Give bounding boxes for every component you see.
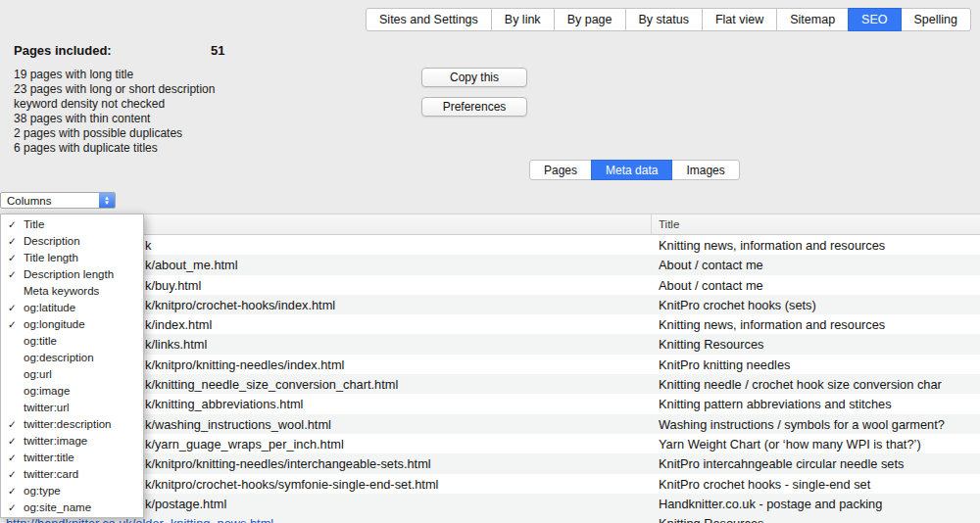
menu-item-label: Title: [24, 218, 44, 230]
table-row[interactable]: k/knitting_needle_size_conversion_chart.…: [0, 374, 980, 394]
url-cell: k/knitpro/crochet-hooks/symfonie-single-…: [145, 477, 438, 492]
menu-item-og-title[interactable]: og:title: [1, 332, 143, 349]
menu-item-og-type[interactable]: ✓og:type: [1, 483, 143, 499]
menu-item-label: og:image: [24, 385, 70, 397]
checkmark-icon: ✓: [5, 302, 20, 313]
tab-by-link[interactable]: By link: [491, 8, 555, 31]
menu-item-label: og:url: [24, 368, 52, 380]
table-row[interactable]: k/knitpro/knitting-needles/index.htmlKni…: [0, 355, 980, 374]
menu-item-title[interactable]: ✓Title: [1, 215, 143, 232]
menu-item-label: twitter:url: [24, 402, 70, 413]
table-row[interactable]: k/buy.htmlAbout / contact me: [0, 275, 980, 295]
menu-item-og-image[interactable]: og:image: [1, 382, 143, 399]
summary-line: 38 pages with thin content: [14, 112, 327, 126]
column-header-title[interactable]: Title: [659, 218, 679, 230]
url-cell: k: [145, 238, 151, 253]
menu-item-twitter-card[interactable]: ✓twitter:card: [1, 466, 143, 483]
table-row[interactable]: k/about_me.htmlAbout / contact me: [0, 255, 980, 274]
title-cell: Knitting Resources: [659, 337, 763, 352]
url-cell: k/washing_instructions_wool.html: [145, 417, 331, 432]
table-row[interactable]: k/links.htmlKnitting Resources: [0, 334, 980, 354]
title-cell: Knitting news, information and resources: [659, 317, 885, 332]
tab-flat-view[interactable]: Flat view: [702, 8, 777, 31]
menu-item-og-latitude[interactable]: ✓og:latitude: [1, 299, 143, 315]
menu-item-label: twitter:title: [24, 452, 74, 463]
menu-item-label: og:description: [24, 352, 94, 363]
column-divider: [651, 214, 652, 234]
tab-sites-and-settings[interactable]: Sites and Settings: [366, 8, 492, 31]
menu-item-meta-keywords[interactable]: Meta keywords: [1, 282, 143, 299]
url-cell: k/postage.html: [145, 497, 226, 511]
menu-item-twitter-url[interactable]: twitter:url: [1, 400, 143, 416]
copy-this-button[interactable]: Copy this: [421, 68, 527, 87]
menu-item-twitter-description[interactable]: ✓twitter:description: [1, 416, 143, 433]
menu-item-description-length[interactable]: ✓Description length: [1, 265, 143, 282]
checkmark-icon: ✓: [5, 235, 20, 247]
summary-lines: 19 pages with long title23 pages with lo…: [14, 68, 327, 156]
title-cell: Knitting Resources: [659, 516, 763, 523]
menu-item-label: og:site_name: [24, 501, 91, 513]
tab-spelling[interactable]: Spelling: [901, 8, 971, 31]
url-cell: k/index.html: [145, 317, 212, 332]
table-row[interactable]: k/yarn_guage_wraps_per_inch.htmlYarn Wei…: [0, 434, 980, 453]
tab-sitemap[interactable]: Sitemap: [776, 8, 849, 31]
table-row[interactable]: k/index.htmlKnitting news, information a…: [0, 314, 980, 334]
checkmark-icon: ✓: [5, 485, 20, 497]
meta-data-table: kKnitting news, information and resource…: [0, 235, 980, 523]
menu-item-og-longitude[interactable]: ✓og:longitude: [1, 315, 143, 332]
tab-by-page[interactable]: By page: [554, 8, 626, 31]
seo-summary: Pages included: 51 19 pages with long ti…: [14, 43, 327, 156]
title-cell: About / contact me: [659, 258, 763, 272]
table-row-partial[interactable]: http://handknitter.co.uk/older_knitting_…: [0, 513, 980, 523]
segment-meta-data[interactable]: Meta data: [591, 160, 672, 180]
checkmark-icon: ✓: [5, 435, 20, 447]
table-row[interactable]: k/knitting_abbreviations.htmlKnitting pa…: [0, 394, 980, 413]
menu-item-label: twitter:image: [24, 435, 87, 447]
checkmark-icon: ✓: [5, 252, 20, 263]
table-row[interactable]: kKnitting news, information and resource…: [0, 235, 980, 255]
summary-header: Pages included: 51: [14, 43, 327, 59]
summary-line: 6 pages with duplicate titles: [14, 141, 327, 156]
checkmark-icon: ✓: [5, 452, 20, 463]
menu-item-label: og:type: [24, 485, 61, 497]
tab-seo[interactable]: SEO: [848, 8, 901, 31]
summary-line: keyword density not checked: [14, 97, 327, 112]
url-cell: k/knitpro/knitting-needles/interchangeab…: [145, 456, 431, 471]
table-row[interactable]: k/knitpro/crochet-hooks/index.htmlKnitPr…: [0, 295, 980, 314]
columns-dropdown[interactable]: Columns ▲▼: [0, 192, 116, 209]
menu-item-twitter-image[interactable]: ✓twitter:image: [1, 433, 143, 450]
segment-pages[interactable]: Pages: [529, 160, 592, 180]
table-row[interactable]: k/postage.htmlHandknitter.co.uk - postag…: [0, 494, 980, 513]
checkmark-icon: ✓: [5, 501, 20, 513]
pages-included-label: Pages included:: [14, 43, 112, 58]
menu-item-og-site-name[interactable]: ✓og:site_name: [1, 499, 143, 516]
table-row[interactable]: k/washing_instructions_wool.htmlWashing …: [0, 414, 980, 434]
menu-item-label: twitter:description: [24, 418, 111, 430]
url-cell: k/knitpro/knitting-needles/index.html: [145, 357, 344, 372]
menu-item-og-url[interactable]: og:url: [1, 365, 143, 382]
app-window: Sites and SettingsBy linkBy pageBy statu…: [0, 0, 980, 523]
summary-line: 2 pages with possible duplicates: [14, 126, 327, 141]
checkmark-icon: ✓: [5, 468, 20, 480]
tab-by-status[interactable]: By status: [625, 8, 703, 31]
menu-item-description[interactable]: ✓Description: [1, 232, 143, 249]
title-cell: About / contact me: [659, 278, 763, 293]
menu-item-og-description[interactable]: og:description: [1, 349, 143, 365]
table-row[interactable]: k/knitpro/crochet-hooks/symfonie-single-…: [0, 474, 980, 494]
menu-item-twitter-title[interactable]: ✓twitter:title: [1, 450, 143, 466]
data-view-segments: PagesMeta dataImages: [529, 160, 740, 180]
table-header: Title: [0, 214, 980, 235]
preferences-button[interactable]: Preferences: [421, 97, 527, 117]
table-row[interactable]: k/knitpro/knitting-needles/interchangeab…: [0, 453, 980, 473]
url-cell: k/yarn_guage_wraps_per_inch.html: [145, 437, 344, 452]
title-cell: KnitPro crochet hooks - single-end set: [659, 477, 870, 492]
segment-images[interactable]: Images: [671, 160, 739, 180]
menu-item-label: twitter:card: [24, 468, 78, 480]
url-cell: k/knitting_abbreviations.html: [145, 397, 303, 411]
title-cell: Knitting news, information and resources: [659, 238, 885, 253]
title-cell: KnitPro intercahngeable circular needle …: [659, 456, 904, 471]
menu-item-title-length[interactable]: ✓Title length: [1, 249, 143, 265]
menu-item-label: Title length: [24, 252, 78, 263]
columns-menu: ✓Title✓Description✓Title length✓Descript…: [0, 214, 144, 518]
url-cell: k/about_me.html: [145, 258, 238, 272]
